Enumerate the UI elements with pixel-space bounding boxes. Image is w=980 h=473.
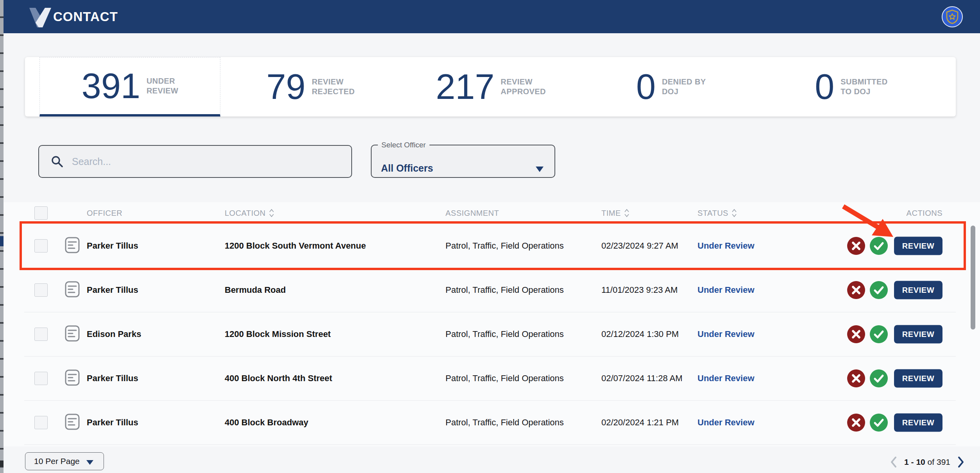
tab-review-rejected[interactable]: 79 REVIEWREJECTED xyxy=(220,57,401,116)
page-title: CONTACT xyxy=(53,9,118,24)
column-header-assignment[interactable]: ASSIGNMENT xyxy=(445,209,499,218)
contact-time: 02/12/2024 1:30 PM xyxy=(601,329,679,339)
previous-page-button[interactable] xyxy=(890,456,897,468)
chevron-down-icon xyxy=(536,167,544,172)
review-button[interactable]: REVIEW xyxy=(894,325,942,344)
sliver-blue-mark xyxy=(0,236,4,246)
column-header-officer[interactable]: OFFICER xyxy=(87,209,122,218)
tab-review-approved[interactable]: 217 REVIEWAPPROVED xyxy=(401,57,581,116)
sort-icon xyxy=(269,208,274,218)
reject-button[interactable] xyxy=(847,325,865,343)
pagination: 1 - 10 of 391 xyxy=(890,454,964,470)
check-icon xyxy=(870,281,888,299)
contact-location: 400 Block North 4th Street xyxy=(225,373,332,383)
search-icon xyxy=(51,155,63,168)
reject-button[interactable] xyxy=(847,237,865,255)
tab-denied-by-doj[interactable]: 0 DENIED BYDOJ xyxy=(581,57,761,116)
next-page-button[interactable] xyxy=(957,456,964,468)
status-badge: Under Review xyxy=(697,329,755,339)
check-icon xyxy=(870,414,888,432)
assignment: Patrol, Traffic, Field Operations xyxy=(445,285,564,295)
app-logo-icon xyxy=(28,5,52,27)
assignment: Patrol, Traffic, Field Operations xyxy=(445,241,564,251)
chevron-down-icon xyxy=(86,460,93,465)
reject-button[interactable] xyxy=(847,414,865,432)
officer-select-value: All Officers xyxy=(381,163,433,174)
chevron-right-icon xyxy=(957,456,964,468)
review-button[interactable]: REVIEW xyxy=(894,369,942,388)
column-header-location[interactable]: LOCATION xyxy=(225,208,274,218)
tab-submitted-to-doj[interactable]: 0 SUBMITTEDTO DOJ xyxy=(761,57,941,116)
review-button[interactable]: REVIEW xyxy=(894,237,942,255)
status-badge: Under Review xyxy=(697,241,755,251)
officer-name: Parker Tillus xyxy=(87,285,138,295)
row-checkbox[interactable] xyxy=(34,328,48,341)
x-icon xyxy=(847,369,865,387)
check-icon xyxy=(870,325,888,343)
table-row: Parker Tillus 400 Block North 4th Street… xyxy=(24,357,956,401)
contact-notes-icon[interactable] xyxy=(63,324,81,342)
table-row: Edison Parks 1200 Block Mission Street P… xyxy=(24,312,956,357)
x-icon xyxy=(847,237,865,255)
officer-name: Edison Parks xyxy=(87,329,141,339)
officer-name: Parker Tillus xyxy=(87,241,138,251)
status-badge: Under Review xyxy=(697,417,755,428)
officer-select[interactable]: Select Officer All Officers xyxy=(371,141,555,178)
officer-select-label: Select Officer xyxy=(378,141,429,149)
contact-time: 02/23/2024 9:27 AM xyxy=(601,241,678,251)
search-input[interactable] xyxy=(63,146,351,177)
contact-review-app: CONTACT 391 UNDERREVIEW 79 REVIEWREJECTE… xyxy=(0,0,980,473)
sort-icon xyxy=(624,208,629,218)
left-edge-window-sliver xyxy=(0,0,4,473)
check-icon xyxy=(870,237,888,255)
approve-button[interactable] xyxy=(870,369,888,387)
sliver-dark-mark xyxy=(0,460,4,467)
officer-name: Parker Tillus xyxy=(87,373,138,383)
approve-button[interactable] xyxy=(870,414,888,432)
approve-button[interactable] xyxy=(870,325,888,343)
status-badge: Under Review xyxy=(697,373,755,383)
contact-time: 02/20/2024 1:21 PM xyxy=(601,417,679,428)
chevron-left-icon xyxy=(890,456,897,468)
reject-button[interactable] xyxy=(847,369,865,387)
row-checkbox[interactable] xyxy=(34,416,48,429)
reject-button[interactable] xyxy=(847,281,865,299)
review-button[interactable]: REVIEW xyxy=(894,414,942,432)
table-scrollbar[interactable] xyxy=(971,226,975,330)
row-checkbox[interactable] xyxy=(34,239,48,253)
status-badge: Under Review xyxy=(697,285,755,295)
row-checkbox[interactable] xyxy=(34,283,48,297)
x-icon xyxy=(847,281,865,299)
user-badge-avatar[interactable] xyxy=(942,6,963,27)
contact-notes-icon[interactable] xyxy=(63,413,81,431)
sort-icon xyxy=(731,208,737,218)
check-icon xyxy=(870,369,888,387)
column-header-status[interactable]: STATUS xyxy=(697,208,737,218)
tab-under-review[interactable]: 391 UNDERREVIEW xyxy=(39,57,220,116)
per-page-value: 10 Per Page xyxy=(34,457,80,466)
x-icon xyxy=(847,325,865,343)
stats-tabs: 391 UNDERREVIEW 79 REVIEWREJECTED 217 RE… xyxy=(25,57,956,116)
column-header-time[interactable]: TIME xyxy=(601,208,629,218)
contact-notes-icon[interactable] xyxy=(63,369,81,387)
contact-time: 02/07/2024 11:28 AM xyxy=(601,373,683,383)
pagination-range: 1 - 10 of 391 xyxy=(904,457,950,467)
assignment: Patrol, Traffic, Field Operations xyxy=(445,417,564,428)
column-header-actions: ACTIONS xyxy=(907,209,942,218)
app-header: CONTACT xyxy=(0,0,980,33)
table-row: Parker Tillus Bermuda Road Patrol, Traff… xyxy=(24,268,956,312)
approve-button[interactable] xyxy=(870,237,888,255)
approve-button[interactable] xyxy=(870,281,888,299)
row-checkbox[interactable] xyxy=(34,372,48,385)
officer-name: Parker Tillus xyxy=(87,417,138,428)
x-icon xyxy=(847,414,865,432)
contact-location: Bermuda Road xyxy=(225,285,286,295)
contact-notes-icon[interactable] xyxy=(63,236,81,254)
contact-notes-icon[interactable] xyxy=(63,280,81,298)
review-button[interactable]: REVIEW xyxy=(894,281,942,299)
shield-star-icon xyxy=(946,9,959,24)
select-all-checkbox[interactable] xyxy=(34,206,48,220)
assignment: Patrol, Traffic, Field Operations xyxy=(445,373,564,383)
per-page-select[interactable]: 10 Per Page xyxy=(25,452,104,470)
table-row: Parker Tillus 400 Block Broadway Patrol,… xyxy=(24,401,956,445)
